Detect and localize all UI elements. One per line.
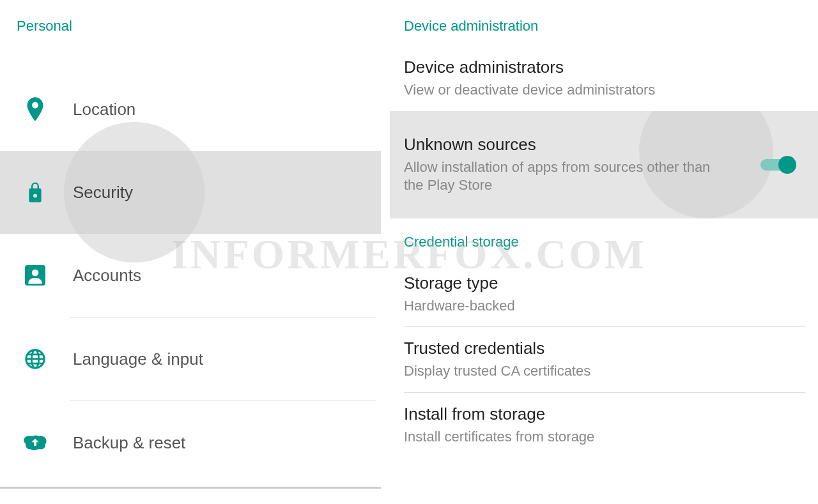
setting-storage-type[interactable]: Storage type Hardware-backed bbox=[404, 262, 818, 327]
section-header-device-admin: Device administration bbox=[404, 0, 818, 46]
list-item-label: Location bbox=[73, 100, 135, 119]
account-icon bbox=[23, 263, 47, 287]
globe-icon bbox=[23, 347, 47, 371]
setting-subtitle: Display trusted CA certificates bbox=[404, 362, 711, 381]
list-item-security[interactable]: Security bbox=[0, 151, 381, 234]
location-icon bbox=[23, 97, 47, 121]
setting-subtitle: Hardware-backed bbox=[404, 297, 711, 316]
list-item-label: Backup & reset bbox=[73, 433, 185, 453]
setting-title: Storage type bbox=[404, 273, 818, 293]
list-item-backup-reset[interactable]: Backup & reset bbox=[0, 401, 381, 484]
setting-subtitle: Install certificates from storage bbox=[404, 428, 711, 447]
list-item-location[interactable]: Location bbox=[0, 68, 381, 151]
setting-title: Device administrators bbox=[404, 57, 818, 77]
list-item-label: Language & input bbox=[73, 349, 203, 369]
list-item-label: Accounts bbox=[73, 266, 141, 286]
list-item-label: Security bbox=[73, 183, 133, 202]
backup-icon bbox=[23, 431, 47, 455]
svg-point-1 bbox=[32, 270, 39, 277]
toggle-unknown-sources[interactable] bbox=[760, 157, 796, 173]
divider bbox=[0, 487, 381, 489]
setting-unknown-sources[interactable]: Unknown sources Allow installation of ap… bbox=[390, 111, 818, 218]
setting-trusted-credentials[interactable]: Trusted credentials Display trusted CA c… bbox=[404, 327, 818, 392]
setting-title: Install from storage bbox=[404, 404, 818, 424]
setting-subtitle: Allow installation of apps from sources … bbox=[404, 158, 711, 195]
list-item-accounts[interactable]: Accounts bbox=[0, 234, 381, 317]
settings-list-personal: Location Security Accounts L bbox=[0, 68, 381, 489]
toggle-thumb bbox=[778, 156, 796, 174]
section-header-credential-storage: Credential storage bbox=[404, 218, 818, 262]
setting-install-from-storage[interactable]: Install from storage Install certificate… bbox=[404, 393, 818, 458]
section-header-personal: Personal bbox=[0, 0, 381, 34]
lock-icon bbox=[23, 180, 47, 204]
list-item-language-input[interactable]: Language & input bbox=[0, 317, 381, 401]
setting-title: Trusted credentials bbox=[404, 339, 818, 358]
setting-device-administrators[interactable]: Device administrators View or deactivate… bbox=[404, 46, 818, 111]
setting-subtitle: View or deactivate device administrators bbox=[404, 81, 711, 100]
setting-title: Unknown sources bbox=[404, 135, 760, 155]
